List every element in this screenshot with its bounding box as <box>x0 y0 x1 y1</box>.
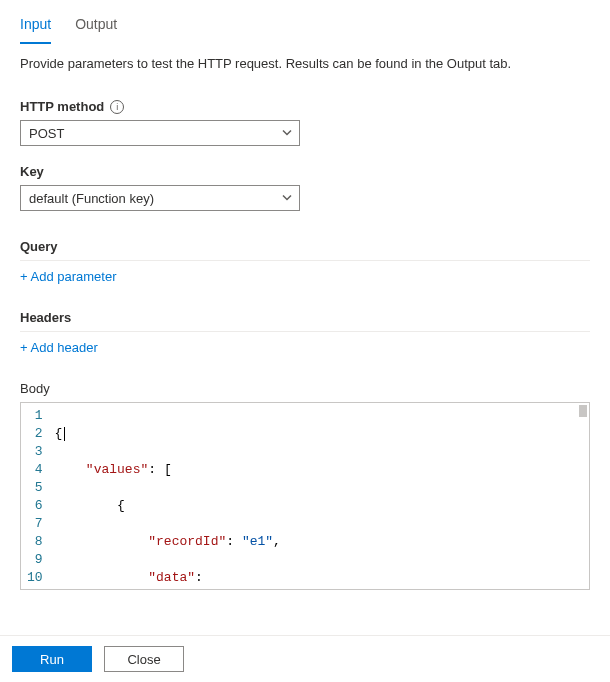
query-section-header: Query <box>20 229 590 261</box>
http-method-label: HTTP method i <box>20 99 590 114</box>
line-number-gutter: 1 2 3 4 5 6 7 8 9 10 <box>21 403 53 589</box>
body-label: Body <box>20 381 590 396</box>
scrollbar-indicator[interactable] <box>579 405 587 417</box>
http-method-select[interactable]: POST <box>20 120 300 146</box>
add-parameter-link[interactable]: + Add parameter <box>20 269 116 284</box>
tab-output[interactable]: Output <box>75 10 117 44</box>
tabs: Input Output <box>0 0 610 44</box>
code-content[interactable]: { "values": [ { "recordId": "e1", "data"… <box>53 403 589 589</box>
key-select[interactable]: default (Function key) <box>20 185 300 211</box>
description-text: Provide parameters to test the HTTP requ… <box>0 44 610 87</box>
run-button[interactable]: Run <box>12 646 92 672</box>
tab-input[interactable]: Input <box>20 10 51 44</box>
close-button[interactable]: Close <box>104 646 184 672</box>
body-code-editor[interactable]: 1 2 3 4 5 6 7 8 9 10 { "values": [ { "re… <box>20 402 590 590</box>
key-label: Key <box>20 164 590 179</box>
headers-section-header: Headers <box>20 300 590 332</box>
add-header-link[interactable]: + Add header <box>20 340 98 355</box>
footer-actions: Run Close <box>0 635 610 682</box>
info-icon[interactable]: i <box>110 100 124 114</box>
